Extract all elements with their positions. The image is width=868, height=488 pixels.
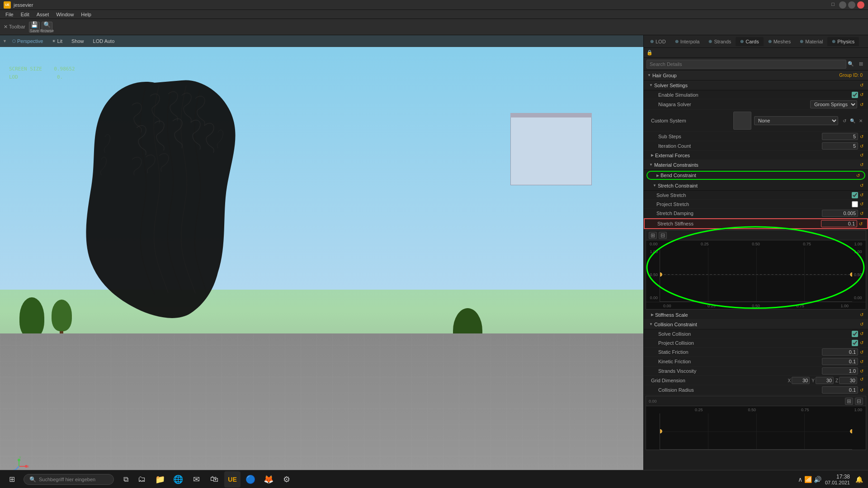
niagara-solver-select[interactable]: Groom Springs: [810, 100, 857, 108]
bend-constraint-reset[interactable]: ↺: [855, 173, 861, 178]
viewport-dropdown[interactable]: ▼: [3, 39, 7, 43]
iteration-count-input[interactable]: [822, 142, 858, 150]
taskbar-app-explorer[interactable]: 📁: [152, 471, 168, 488]
menu-help[interactable]: Help: [77, 11, 95, 18]
chevron-up-icon[interactable]: ∧: [798, 476, 802, 483]
tab-interpola[interactable]: ⊕ Interpola: [670, 37, 704, 46]
bend-constraint-row[interactable]: Bend Constraint ↺: [646, 171, 865, 180]
kinetic-friction-reset[interactable]: ↺: [859, 359, 864, 364]
grid-dimension-reset[interactable]: ↺: [859, 377, 864, 384]
taskbar-clock[interactable]: 17:38 07.01.2021: [825, 474, 850, 485]
task-view-button[interactable]: ⧉: [118, 471, 134, 488]
sub-steps-reset[interactable]: ↺: [859, 134, 864, 139]
taskbar-app-blender[interactable]: 🔵: [242, 471, 259, 488]
enable-simulation-checkbox[interactable]: [852, 92, 858, 98]
network-icon[interactable]: 📶: [804, 476, 812, 483]
project-collision-checkbox[interactable]: [852, 340, 858, 346]
stretch-constraint-reset[interactable]: ↺: [859, 183, 864, 188]
collision-constraint-header[interactable]: Collision Constraint ↺: [644, 319, 868, 329]
stiffness-graph-area[interactable]: 1.00 0.50 0.00: [646, 248, 866, 302]
maximize-button[interactable]: [848, 1, 855, 9]
collision-radius-reset[interactable]: ↺: [859, 388, 864, 393]
enable-simulation-reset[interactable]: ↺: [859, 92, 864, 97]
stretch-damping-reset[interactable]: ↺: [859, 211, 864, 216]
perspective-button[interactable]: ⬡ Perspective: [9, 38, 47, 45]
browse-button[interactable]: 🔍 Browse: [42, 22, 52, 33]
menu-asset[interactable]: Asset: [33, 11, 53, 18]
viewport[interactable]: ▼ ⬡ Perspective ☀ Lit Show LOD Auto: [0, 35, 643, 488]
kinetic-friction-input[interactable]: [822, 358, 858, 365]
collision-graph-zoom-out[interactable]: ⊟: [855, 398, 863, 405]
stretch-constraint-header[interactable]: Stretch Constraint ↺: [644, 181, 868, 191]
tab-material[interactable]: ⊕ Material: [795, 37, 827, 46]
save-button[interactable]: 💾 Save: [29, 22, 40, 33]
taskbar-app-extra[interactable]: ⚙: [278, 471, 295, 488]
menu-window[interactable]: Window: [52, 11, 77, 18]
taskbar-search[interactable]: 🔍 Suchbegriff hier eingeben: [24, 474, 114, 485]
notification-button[interactable]: 🔔: [854, 471, 864, 488]
strands-viscosity-reset[interactable]: ↺: [859, 369, 864, 374]
taskbar-app-browser[interactable]: 🌐: [170, 471, 186, 488]
grid-y-input[interactable]: [816, 377, 834, 384]
menu-file[interactable]: File: [2, 11, 17, 18]
strands-viscosity-input[interactable]: [822, 367, 858, 375]
search-input[interactable]: [646, 60, 846, 69]
tab-lod[interactable]: ⊕ LOD: [646, 37, 670, 46]
tab-meshes[interactable]: ⊕ Meshes: [764, 37, 796, 46]
search-icon[interactable]: 🔍: [846, 60, 855, 69]
collision-radius-input[interactable]: [822, 386, 858, 394]
niagara-solver-reset[interactable]: ↺: [859, 102, 864, 107]
taskbar-app-windows[interactable]: 🗂: [134, 471, 150, 488]
custom-system-back-icon[interactable]: ↺: [841, 117, 848, 124]
collision-graph-area[interactable]: [646, 413, 866, 450]
stiffness-scale-reset[interactable]: ↺: [859, 312, 864, 317]
graph-zoom-in-icon[interactable]: ⊞: [649, 232, 657, 239]
custom-system-select[interactable]: None: [754, 116, 838, 125]
tab-cards[interactable]: ⊕ Cards: [736, 37, 763, 46]
hair-group-header[interactable]: Hair Group Group ID: 0: [644, 70, 868, 80]
external-forces-row[interactable]: External Forces ↺: [644, 151, 868, 160]
project-stretch-reset[interactable]: ↺: [859, 202, 864, 206]
stiffness-scale-row[interactable]: Stiffness Scale ↺: [644, 310, 868, 319]
solver-settings-reset[interactable]: ↺: [859, 83, 864, 88]
graph-zoom-out-icon[interactable]: ⊟: [659, 232, 667, 239]
external-forces-reset[interactable]: ↺: [859, 153, 864, 158]
custom-system-search-icon[interactable]: 🔍: [849, 117, 856, 124]
material-constraints-header[interactable]: Material Constraints ↺: [644, 160, 868, 170]
volume-icon[interactable]: 🔊: [814, 476, 821, 483]
lit-button[interactable]: ☀ Lit: [48, 38, 66, 45]
close-button[interactable]: [857, 1, 864, 9]
start-button[interactable]: ⊞: [4, 471, 20, 488]
solver-settings-header[interactable]: Solver Settings ↺: [644, 80, 868, 90]
static-friction-input[interactable]: [822, 348, 858, 356]
minimize-button[interactable]: [839, 1, 846, 9]
grid-view-icon[interactable]: ⊞: [856, 60, 865, 69]
iteration-count-reset[interactable]: ↺: [859, 144, 864, 149]
taskbar-app-ue[interactable]: UE: [224, 471, 241, 488]
collision-graph-zoom-in[interactable]: ⊞: [845, 398, 853, 405]
tab-strands[interactable]: ⊕ Strands: [704, 37, 736, 46]
collision-constraint-reset[interactable]: ↺: [859, 322, 864, 327]
sub-steps-input[interactable]: [822, 133, 858, 140]
taskbar-app-firefox[interactable]: 🦊: [260, 471, 277, 488]
solve-collision-checkbox[interactable]: [852, 331, 858, 337]
show-button[interactable]: Show: [68, 38, 88, 45]
material-constraints-reset[interactable]: ↺: [859, 162, 864, 167]
taskbar-app-mail[interactable]: ✉: [188, 471, 204, 488]
solve-collision-reset[interactable]: ↺: [859, 331, 864, 336]
menu-edit[interactable]: Edit: [17, 11, 33, 18]
lod-auto-button[interactable]: LOD Auto: [90, 38, 118, 45]
stretch-stiffness-reset[interactable]: ↺: [858, 221, 863, 226]
project-collision-reset[interactable]: ↺: [859, 340, 864, 345]
tab-physics[interactable]: ⊕ Physics: [827, 37, 859, 46]
static-friction-reset[interactable]: ↺: [859, 350, 864, 355]
grid-z-input[interactable]: [839, 377, 857, 384]
stretch-damping-input[interactable]: [822, 210, 858, 217]
taskbar-app-store[interactable]: 🛍: [206, 471, 222, 488]
stretch-stiffness-input[interactable]: [821, 220, 857, 227]
solve-stretch-checkbox[interactable]: [852, 192, 858, 198]
custom-system-reset-icon[interactable]: ✕: [857, 117, 864, 124]
project-stretch-checkbox[interactable]: [852, 201, 858, 207]
grid-x-input[interactable]: [792, 377, 810, 384]
solve-stretch-reset[interactable]: ↺: [859, 192, 864, 197]
